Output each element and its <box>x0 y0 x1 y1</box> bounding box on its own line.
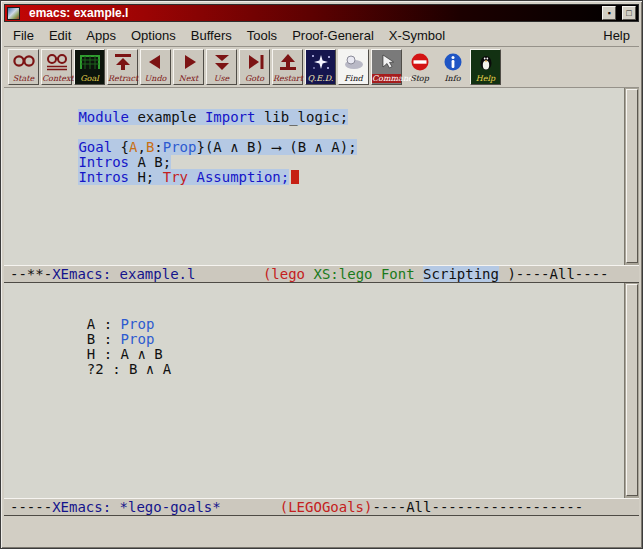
token: Intros <box>78 169 129 185</box>
token: Import <box>205 109 256 125</box>
token: Prop <box>121 316 155 332</box>
help-icon <box>471 50 500 74</box>
modeline-buffer-id: XEmacs: *lego-goals* <box>52 499 221 515</box>
toolbar-label: Goto <box>240 74 269 83</box>
goal-line: A : Prop <box>11 302 624 317</box>
toolbar-button-goal[interactable]: Goal <box>74 49 105 85</box>
modeline-space <box>373 266 381 282</box>
menu-item-edit[interactable]: Edit <box>49 28 71 43</box>
toolbar-label: Restart <box>273 74 302 83</box>
goals-scrollbar-thumb[interactable] <box>626 284 638 496</box>
goto-icon <box>240 50 269 74</box>
window-title: emacs: example.l <box>24 6 596 20</box>
use-icon <box>207 50 236 74</box>
toolbar-label: Undo <box>141 74 170 83</box>
toolbar-label: Stop <box>405 74 434 83</box>
titlebar[interactable]: emacs: example.l ▪ □ <box>4 4 639 22</box>
script-scrollbar[interactable] <box>624 88 639 265</box>
script-scrollbar-thumb[interactable] <box>626 89 638 263</box>
modeline-goals: -----XEmacs: *lego-goals* (LEGOGoals)---… <box>4 498 639 516</box>
context-icon <box>42 50 71 74</box>
token: Prop <box>163 139 197 155</box>
token: , <box>137 139 145 155</box>
menu-item-apps[interactable]: Apps <box>86 28 116 43</box>
toolbar-button-stop[interactable]: Stop <box>404 49 435 85</box>
modeline-dashes: ----- <box>10 499 52 515</box>
minimize-button[interactable]: ▪ <box>602 6 616 20</box>
command-icon <box>372 50 401 74</box>
qed-icon <box>306 50 335 74</box>
toolbar-label: State <box>9 74 38 83</box>
toolbar-label: Use <box>207 74 236 83</box>
menu-item-options[interactable]: Options <box>131 28 176 43</box>
token: Goal <box>78 139 112 155</box>
modeline-gap <box>195 266 262 282</box>
menu-item-buffers[interactable]: Buffers <box>191 28 232 43</box>
toolbar-button-goto[interactable]: Goto <box>239 49 270 85</box>
modeline-mode-scripting: Scripting <box>423 266 499 282</box>
token: example <box>129 109 205 125</box>
toolbar-button-next[interactable]: Next <box>173 49 204 85</box>
token: Module <box>78 109 129 125</box>
menu-item-file[interactable]: File <box>13 28 34 43</box>
toolbar-button-info[interactable]: Info <box>437 49 468 85</box>
menu-item-tools[interactable]: Tools <box>247 28 277 43</box>
minibuffer[interactable] <box>4 516 639 545</box>
toolbar-label: Find <box>339 74 368 83</box>
toolbar-button-state[interactable]: State <box>8 49 39 85</box>
toolbar-button-help[interactable]: Help <box>470 49 501 85</box>
menu-item-help[interactable]: Help <box>603 28 630 43</box>
goal-icon <box>75 50 104 74</box>
token: Try <box>163 169 188 185</box>
retract-icon <box>108 50 137 74</box>
token: { <box>112 139 129 155</box>
toolbar-button-command[interactable]: Command <box>371 49 402 85</box>
maximize-button[interactable]: □ <box>622 6 636 20</box>
modeline-dashes: --**- <box>10 266 52 282</box>
buffer-line: Goal {A,B:Prop}(A ∧ B) ⟶ (B ∧ A); <box>11 125 624 140</box>
toolbar-button-restart[interactable]: Restart <box>272 49 303 85</box>
info-icon <box>438 50 467 74</box>
goals-scrollbar[interactable] <box>624 283 639 498</box>
menu-item-proof-general[interactable]: Proof-General <box>292 28 374 43</box>
next-icon <box>174 50 203 74</box>
goals-buffer[interactable]: A : Prop B : Prop H : A ∧ B ?2 : B ∧ A <box>4 283 624 498</box>
script-buffer[interactable]: Module example Import lib_logic; Goal {A… <box>4 88 624 265</box>
token: B : <box>78 331 120 347</box>
xemacs-window: emacs: example.l ▪ □ File Edit Apps Opti… <box>0 0 643 549</box>
state-icon <box>9 50 38 74</box>
toolbar-label: Goal <box>75 74 104 83</box>
maximize-icon: □ <box>626 9 631 18</box>
modeline-dashes: ----All---- <box>516 266 609 282</box>
toolbar-label: Q.E.D. <box>306 74 335 83</box>
toolbar-button-qed[interactable]: Q.E.D. <box>305 49 336 85</box>
modeline-mode-lego: (lego <box>263 266 305 282</box>
toolbar-button-retract[interactable]: Retract <box>107 49 138 85</box>
toolbar: State Context Goal <box>4 47 639 88</box>
modeline-paren: ) <box>499 266 516 282</box>
toolbar-button-undo[interactable]: Undo <box>140 49 171 85</box>
buffer-line: Module example Import lib_logic; <box>11 95 624 110</box>
token: A : <box>78 316 120 332</box>
toolbar-button-use[interactable]: Use <box>206 49 237 85</box>
token: Prop <box>121 331 155 347</box>
text-cursor <box>291 170 299 184</box>
modeline-dashes: ----All------------------ <box>372 499 583 515</box>
token: A B; <box>129 154 171 170</box>
modeline-space <box>305 266 313 282</box>
toolbar-label: Command <box>372 74 401 83</box>
menu-item-x-symbol[interactable]: X-Symbol <box>389 28 445 43</box>
modeline-mode-legogoals: (LEGOGoals) <box>280 499 373 515</box>
token: Assumption; <box>196 169 289 185</box>
token: lib_logic; <box>255 109 348 125</box>
modeline-mode-font: Font <box>381 266 415 282</box>
modeline-mode-xsymbol: XS:lego <box>313 266 372 282</box>
toolbar-button-find[interactable]: Find <box>338 49 369 85</box>
toolbar-button-context[interactable]: Context <box>41 49 72 85</box>
token: H : A ∧ B <box>78 346 162 362</box>
modeline-space <box>415 266 423 282</box>
find-icon <box>339 50 368 74</box>
token: H; <box>129 169 163 185</box>
window-icon[interactable] <box>7 7 20 20</box>
modeline-buffer-id: XEmacs: example.l <box>52 266 195 282</box>
